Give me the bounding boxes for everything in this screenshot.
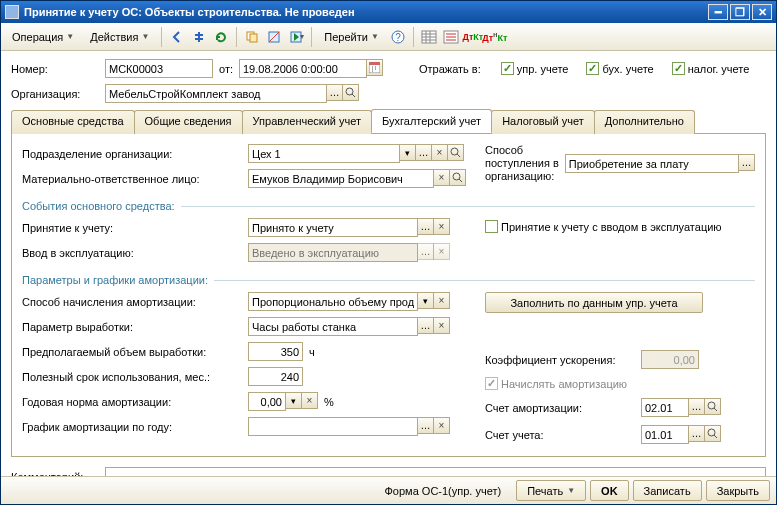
chk-upr-uchet[interactable]: ✓упр. учете	[501, 62, 569, 75]
window-minimize-button[interactable]: ━	[708, 4, 728, 20]
copy-icon[interactable]	[242, 27, 262, 47]
org-select-button[interactable]	[326, 84, 343, 101]
tab-extra[interactable]: Дополнительно	[594, 110, 695, 134]
podr-clear-button[interactable]	[431, 144, 448, 161]
grafik-label: График амортизации по году:	[22, 421, 242, 433]
grafik-clear-button[interactable]	[433, 417, 450, 434]
post-icon[interactable]	[264, 27, 284, 47]
forma-button[interactable]: Форма ОС-1(упр. учет)	[373, 480, 512, 501]
help-icon[interactable]: ?	[388, 27, 408, 47]
mol-field[interactable]	[248, 169, 434, 188]
org-open-button[interactable]	[342, 84, 359, 101]
tab-buh[interactable]: Бухгалтерский учет	[371, 109, 492, 133]
schet-ucheta-select-button[interactable]	[688, 425, 705, 442]
calendar-button[interactable]	[366, 59, 383, 76]
prin-label: Принятие к учету:	[22, 222, 242, 234]
dtkt2-icon[interactable]: ДтнКт	[485, 27, 505, 47]
nav-pick-icon[interactable]	[189, 27, 209, 47]
svg-point-11	[451, 148, 458, 155]
volume-label: Предполагаемый объем выработки:	[22, 346, 242, 358]
podr-open-button[interactable]	[447, 144, 464, 161]
mol-open-button[interactable]	[449, 169, 466, 186]
list2-icon[interactable]	[441, 27, 461, 47]
date-field[interactable]	[239, 59, 367, 78]
podr-field[interactable]	[248, 144, 400, 163]
sposob-dd-button[interactable]	[417, 292, 434, 309]
list-icon[interactable]	[419, 27, 439, 47]
norma-dd-button[interactable]	[285, 392, 302, 409]
tab-os[interactable]: Основные средства	[11, 110, 135, 134]
prin-clear-button[interactable]	[433, 218, 450, 235]
nav-back-icon[interactable]	[167, 27, 187, 47]
section-params: Параметры и графики амортизации:	[22, 274, 755, 286]
main-toolbar: Операция▼ Действия▼ ▾ Перейти▼ ? ДтКт Дт…	[1, 23, 776, 51]
koef-field	[641, 350, 699, 369]
from-label: от:	[219, 63, 233, 75]
org-field[interactable]	[105, 84, 327, 103]
sposob-clear-button[interactable]	[433, 292, 450, 309]
tab-upr[interactable]: Управленческий учет	[242, 110, 372, 134]
grafik-select-button[interactable]	[417, 417, 434, 434]
param-select-button[interactable]	[417, 317, 434, 334]
param-field[interactable]	[248, 317, 418, 336]
volume-field[interactable]	[248, 342, 303, 361]
schet-amort-select-button[interactable]	[688, 398, 705, 415]
operation-menu[interactable]: Операция▼	[5, 27, 81, 47]
norma-clear-button[interactable]	[301, 392, 318, 409]
param-label: Параметр выработки:	[22, 321, 242, 333]
podr-label: Подразделение организации:	[22, 148, 242, 160]
close-button[interactable]: Закрыть	[706, 480, 770, 501]
print-button[interactable]: Печать▼	[516, 480, 586, 501]
vvod-field	[248, 243, 418, 262]
srok-label: Полезный срок использования, мес.:	[22, 371, 242, 383]
prin-field[interactable]	[248, 218, 418, 237]
post-label: Способ поступления в организацию:	[485, 144, 559, 183]
ok-button[interactable]: OK	[590, 480, 629, 501]
schet-amort-field[interactable]	[641, 398, 689, 417]
fill-from-upr-button[interactable]: Заполнить по данным упр. учета	[485, 292, 703, 313]
postrun-icon[interactable]: ▾	[286, 27, 306, 47]
sposob-label: Способ начисления амортизации:	[22, 296, 242, 308]
vvod-clear-button	[433, 243, 450, 260]
vvod-select-button	[417, 243, 434, 260]
srok-field[interactable]	[248, 367, 303, 386]
schet-ucheta-field[interactable]	[641, 425, 689, 444]
bottom-bar: Форма ОС-1(упр. учет) Печать▼ OK Записат…	[1, 476, 776, 504]
post-field[interactable]	[565, 154, 739, 173]
norma-label: Годовая норма амортизации:	[22, 396, 242, 408]
number-field[interactable]	[105, 59, 213, 78]
tab-nal[interactable]: Налоговый учет	[491, 110, 595, 134]
content-area: Номер: от: Отражать в: ✓упр. учете ✓бух.…	[1, 51, 776, 496]
svg-text:?: ?	[395, 32, 401, 43]
goto-menu[interactable]: Перейти▼	[317, 27, 386, 47]
window-title: Принятие к учету ОС: Объекты строительст…	[24, 6, 355, 18]
podr-dd-button[interactable]	[399, 144, 416, 161]
refresh-icon[interactable]	[211, 27, 231, 47]
schet-amort-open-button[interactable]	[704, 398, 721, 415]
param-clear-button[interactable]	[433, 317, 450, 334]
org-label: Организация:	[11, 88, 99, 100]
tab-general[interactable]: Общие сведения	[134, 110, 243, 134]
tab-panel: Подразделение организации: Материально-о…	[11, 134, 766, 457]
chk-buh-uchet[interactable]: ✓бух. учете	[586, 62, 653, 75]
post-select-button[interactable]	[738, 154, 755, 171]
window-maximize-button[interactable]: ❐	[730, 4, 750, 20]
window-close-button[interactable]: ✕	[752, 4, 772, 20]
norma-field[interactable]	[248, 392, 286, 411]
koef-label: Коэффициент ускорения:	[485, 354, 635, 366]
svg-rect-9	[369, 62, 380, 65]
podr-select-button[interactable]	[415, 144, 432, 161]
chk-commission[interactable]: Принятие к учету с вводом в эксплуатацию	[485, 220, 755, 233]
actions-menu[interactable]: Действия▼	[83, 27, 156, 47]
mol-clear-button[interactable]	[433, 169, 450, 186]
grafik-field[interactable]	[248, 417, 418, 436]
prin-select-button[interactable]	[417, 218, 434, 235]
save-button[interactable]: Записать	[633, 480, 702, 501]
sposob-field[interactable]	[248, 292, 418, 311]
chk-amort: ✓Начислять амортизацию	[485, 377, 755, 390]
schet-ucheta-open-button[interactable]	[704, 425, 721, 442]
schet-ucheta-label: Счет учета:	[485, 429, 635, 441]
chk-nal-uchet[interactable]: ✓налог. учете	[672, 62, 750, 75]
dtkt-icon[interactable]: ДтКт	[463, 27, 483, 47]
svg-point-13	[708, 402, 715, 409]
